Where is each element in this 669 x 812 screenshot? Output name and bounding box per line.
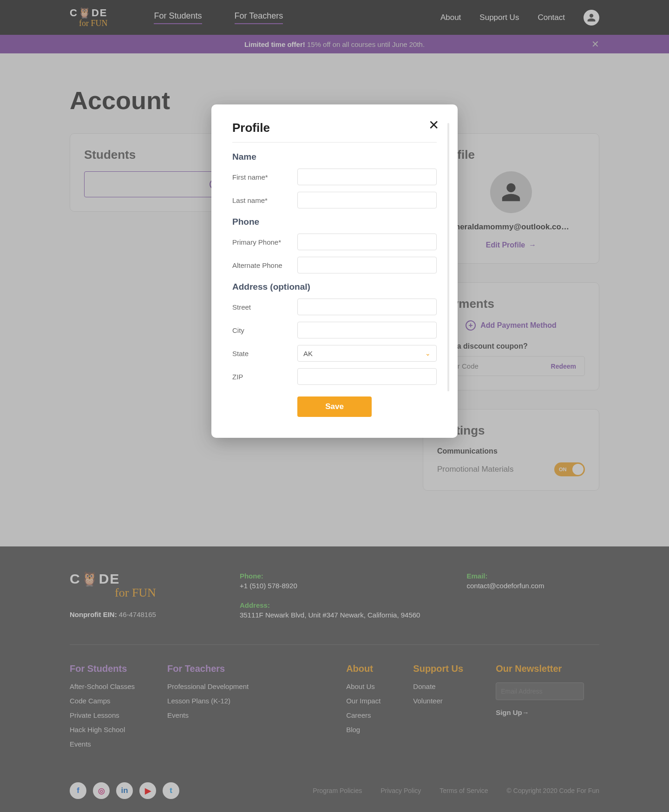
modal-scrollbar[interactable] — [447, 123, 449, 391]
save-button[interactable]: Save — [297, 396, 372, 417]
modal-close-icon[interactable]: ✕ — [428, 117, 439, 133]
last-name-input[interactable] — [297, 192, 437, 208]
section-phone: Phone — [232, 217, 437, 227]
first-name-label: First name* — [232, 173, 297, 181]
state-select[interactable]: AK ⌄ — [297, 345, 437, 362]
profile-modal: Profile ✕ Name First name* Last name* Ph… — [211, 104, 458, 438]
modal-divider — [232, 142, 437, 143]
section-address: Address (optional) — [232, 282, 437, 292]
alternate-phone-label: Alternate Phone — [232, 261, 297, 269]
last-name-label: Last name* — [232, 196, 297, 204]
alternate-phone-input[interactable] — [297, 257, 437, 273]
primary-phone-input[interactable] — [297, 234, 437, 250]
modal-overlay[interactable]: Profile ✕ Name First name* Last name* Ph… — [0, 0, 669, 812]
modal-title: Profile — [232, 121, 437, 135]
street-input[interactable] — [297, 299, 437, 315]
city-input[interactable] — [297, 322, 437, 338]
section-name: Name — [232, 152, 437, 162]
state-label: State — [232, 350, 297, 357]
city-label: City — [232, 326, 297, 334]
primary-phone-label: Primary Phone* — [232, 238, 297, 246]
chevron-down-icon: ⌄ — [425, 350, 431, 357]
zip-label: ZIP — [232, 373, 297, 381]
state-value: AK — [303, 350, 313, 357]
street-label: Street — [232, 303, 297, 311]
first-name-input[interactable] — [297, 169, 437, 185]
zip-input[interactable] — [297, 368, 437, 385]
